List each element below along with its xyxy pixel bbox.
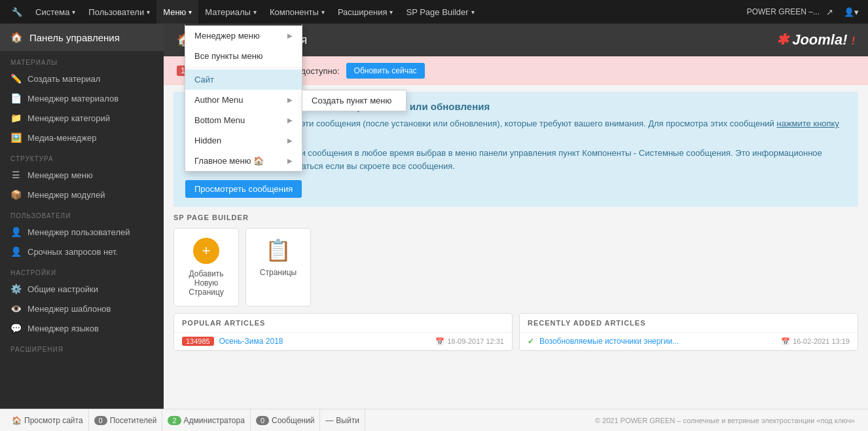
- site-name: POWER GREEN –...: [747, 7, 820, 16]
- dd-author-menu-arrow: ▶: [287, 96, 293, 103]
- popular-articles-title: POPULAR ARTICLES: [174, 314, 512, 333]
- nav-komponenty[interactable]: Компоненты ▾: [263, 0, 331, 24]
- chat-icon: 💬: [10, 323, 21, 333]
- sp-page-builder-section: SP PAGE BUILDER + Добавить Новую Страниц…: [173, 214, 858, 307]
- dd-hidden-arrow: ▶: [287, 137, 293, 144]
- materialy-caret: ▾: [253, 9, 257, 16]
- sidebar-urgent-requests: 👤 Срочных запросов нет.: [0, 242, 164, 261]
- sidebar-template-manager[interactable]: 👁️ Менеджер шаблонов: [0, 299, 164, 318]
- dd-main-menu[interactable]: Главное меню 🏠 ▶: [185, 151, 302, 171]
- section-title-polzovateli: ПОЛЬЗОВАТЕЛИ: [0, 204, 164, 222]
- table-row: ✔ Возобновляемые источники энергии... 📅 …: [520, 333, 858, 350]
- author-menu-sub-panel: Создать пункт меню: [302, 90, 407, 111]
- top-nav-left: 🔧 Система ▾ Пользователи ▾ Меню ▾ Матери…: [5, 0, 747, 24]
- view-messages-button[interactable]: Просмотреть сообщения: [185, 180, 302, 198]
- visitors-badge: 0: [94, 416, 107, 425]
- dd-bottom-menu[interactable]: Bottom Menu ▶: [185, 110, 302, 130]
- image-icon: 🖼️: [10, 132, 21, 143]
- section-title-materialy: МАТЕРИАЛЫ: [0, 51, 164, 69]
- main-layout: 🏠 Панель управления МАТЕРИАЛЫ ✏️ Создать…: [0, 24, 868, 409]
- gear-icon: ⚙️: [10, 284, 21, 294]
- folder-icon: 📁: [10, 113, 21, 123]
- menu-dropdown: Менеджер меню ▶ Все пункты меню Сайт Aut…: [185, 24, 302, 172]
- admins-item: 2 Администратора: [162, 409, 250, 432]
- dd-site[interactable]: Сайт: [185, 69, 302, 90]
- dd-manager-menu-arrow: ▶: [287, 32, 293, 39]
- calendar-icon2: 📅: [781, 337, 790, 346]
- dd-bottom-menu-arrow: ▶: [287, 117, 293, 124]
- article-link[interactable]: Осень-Зима 2018: [219, 337, 430, 346]
- pages-icon: 📋: [265, 238, 291, 263]
- joomla-home-icon[interactable]: 🔧: [5, 0, 29, 24]
- nav-polzovateli[interactable]: Пользователи ▾: [82, 0, 156, 24]
- user-icon: 👤: [10, 227, 21, 237]
- view-site-item[interactable]: 🏠 Просмотр сайта: [7, 409, 89, 432]
- user2-icon: 👤: [10, 246, 21, 257]
- recently-added-title: RECENTLY ADDED ARTICLES: [520, 314, 858, 333]
- user-menu-icon[interactable]: 👤▾: [840, 5, 863, 20]
- komponenty-caret: ▾: [321, 9, 325, 16]
- list-icon: ☰: [10, 170, 21, 180]
- table-row: 134985 Осень-Зима 2018 📅 18-09-2017 12:3…: [174, 333, 512, 350]
- sidebar-module-manager[interactable]: 📦 Менеджер модулей: [0, 185, 164, 204]
- bottom-bar: 🏠 Просмотр сайта 0 Посетителей 2 Админис…: [0, 409, 868, 431]
- sp-card-pages[interactable]: 📋 Страницы: [245, 228, 311, 307]
- copyright: © 2021 POWER GREEN – солнечные и ветряны…: [595, 417, 861, 424]
- nav-sistema[interactable]: Система ▾: [29, 0, 82, 24]
- section-title-rasshireniya: РАСШИРЕНИЯ: [0, 338, 164, 356]
- box-icon: 📦: [10, 189, 21, 200]
- sidebar-menu-manager[interactable]: ☰ Менеджер меню: [0, 165, 164, 185]
- view-site-icon: 🏠: [12, 416, 22, 425]
- sidebar-material-manager[interactable]: 📄 Менеджер материалов: [0, 88, 164, 108]
- sidebar-language-manager[interactable]: 💬 Менеджер языков: [0, 318, 164, 338]
- article-view-count: 134985: [182, 337, 214, 346]
- joomla-logo: ✱ Joomla! !: [776, 31, 855, 48]
- articles-row: POPULAR ARTICLES 134985 Осень-Зима 2018 …: [173, 313, 858, 351]
- sp-title: SP PAGE BUILDER: [173, 214, 858, 221]
- bottom-left: 🏠 Просмотр сайта 0 Посетителей 2 Админис…: [7, 409, 365, 432]
- dd-all-menu-items[interactable]: Все пункты меню: [185, 46, 302, 66]
- sp-card-pages-label: Страницы: [260, 268, 297, 277]
- nav-materialy[interactable]: Материалы ▾: [198, 0, 263, 24]
- sidebar-user-manager[interactable]: 👤 Менеджер пользователей: [0, 222, 164, 242]
- visitors-item: 0 Посетителей: [89, 409, 163, 432]
- home-icon: 🏠: [10, 31, 23, 43]
- dd-main-menu-arrow: ▶: [287, 157, 293, 164]
- messages-item: 0 Сообщений: [251, 409, 320, 432]
- rasshireniya-caret: ▾: [389, 9, 393, 16]
- external-link-icon[interactable]: ↗: [822, 5, 837, 20]
- document-icon: 📄: [10, 93, 21, 103]
- pencil-icon: ✏️: [10, 73, 21, 84]
- sidebar-create-material[interactable]: ✏️ Создать материал: [0, 69, 164, 88]
- sp-page-builder-caret: ▾: [471, 9, 475, 16]
- dd-create-menu-item[interactable]: Создать пункт меню: [302, 90, 406, 111]
- check-icon: ✔: [528, 337, 534, 346]
- logout-icon: —: [325, 416, 333, 425]
- dd-manager-menu[interactable]: Менеджер меню ▶: [185, 26, 302, 46]
- sidebar-media-manager[interactable]: 🖼️ Медиа-менеджер: [0, 128, 164, 147]
- sidebar-header: 🏠 Панель управления: [0, 24, 164, 51]
- add-page-icon: +: [193, 238, 219, 264]
- calendar-icon: 📅: [435, 337, 444, 346]
- section-title-nastroyki: НАСТРОЙКИ: [0, 261, 164, 279]
- recent-article-link[interactable]: Возобновляемые источники энергии...: [539, 337, 776, 346]
- nav-menu[interactable]: Меню ▾: [156, 0, 198, 24]
- nav-rasshireniya[interactable]: Расширения ▾: [331, 0, 400, 24]
- sp-card-add-page[interactable]: + Добавить Новую Страницу: [173, 228, 239, 307]
- sidebar: 🏠 Панель управления МАТЕРИАЛЫ ✏️ Создать…: [0, 24, 164, 409]
- top-nav-right: POWER GREEN –... ↗ 👤▾: [747, 5, 863, 20]
- sp-cards: + Добавить Новую Страницу 📋 Страницы: [173, 228, 858, 307]
- section-title-struktura: СТРУКТУРА: [0, 147, 164, 165]
- nav-sp-page-builder[interactable]: SP Page Builder ▾: [399, 0, 480, 24]
- sidebar-category-manager[interactable]: 📁 Менеджер категорий: [0, 108, 164, 128]
- dd-hidden[interactable]: Hidden ▶: [185, 130, 302, 151]
- sidebar-general-settings[interactable]: ⚙️ Общие настройки: [0, 279, 164, 299]
- sp-card-add-label: Добавить Новую Страницу: [181, 269, 232, 297]
- dd-author-menu[interactable]: Author Menu ▶ Создать пункт меню: [185, 90, 302, 110]
- admins-badge: 2: [168, 416, 181, 425]
- sistema-caret: ▾: [72, 9, 75, 16]
- recently-added-articles-box: RECENTLY ADDED ARTICLES ✔ Возобновляемые…: [519, 313, 858, 351]
- logout-item[interactable]: — Выйти: [320, 409, 365, 432]
- update-now-button[interactable]: Обновить сейчас: [346, 63, 425, 79]
- menu-caret: ▾: [189, 9, 192, 16]
